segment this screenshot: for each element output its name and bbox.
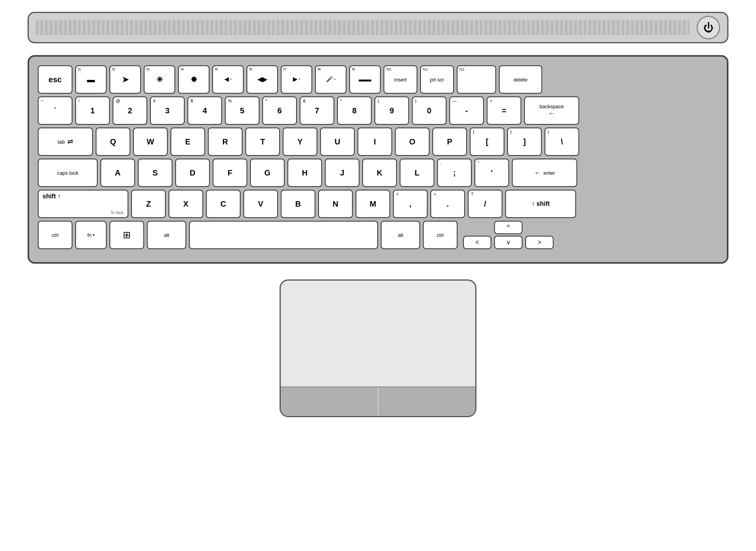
key-6-lower: 6 xyxy=(277,106,282,115)
trackpad-wrap xyxy=(24,279,732,417)
key-h[interactable]: H xyxy=(287,159,322,187)
key-f1-fn: f1 xyxy=(78,68,81,71)
key-f9[interactable]: f9 ▬▬ xyxy=(349,65,381,94)
key-f11[interactable]: f11 prt scr xyxy=(420,65,454,94)
key-m[interactable]: M xyxy=(356,190,390,218)
key-1-upper: ! xyxy=(78,99,80,103)
key-6[interactable]: ^ 6 xyxy=(262,96,297,125)
key-c[interactable]: C xyxy=(206,190,241,218)
arrow-bottom-row: < v > xyxy=(463,236,554,249)
key-8[interactable]: * 8 xyxy=(337,96,372,125)
key-semicolon[interactable]: : ; xyxy=(437,159,472,187)
key-ctrl-right[interactable]: ctrl xyxy=(423,221,458,249)
key-ctrl-left[interactable]: ctrl xyxy=(38,221,72,249)
trackpad-surface xyxy=(281,281,475,386)
key-capslock[interactable]: caps lock xyxy=(38,159,98,187)
key-i[interactable]: I xyxy=(358,128,392,156)
key-delete[interactable]: delete xyxy=(499,65,542,94)
key-u[interactable]: U xyxy=(320,128,355,156)
key-lbracket[interactable]: { [ xyxy=(470,128,504,156)
key-alt-right[interactable]: alt xyxy=(381,221,420,249)
key-z[interactable]: Z xyxy=(131,190,166,218)
key-q[interactable]: Q xyxy=(96,128,130,156)
key-minus[interactable]: — - xyxy=(449,96,484,125)
trackpad-right-button[interactable] xyxy=(378,387,476,416)
key-enter[interactable]: ← enter xyxy=(512,159,577,187)
key-1[interactable]: ! 1 xyxy=(75,96,110,125)
key-0[interactable]: ) 0 xyxy=(412,96,447,125)
power-button[interactable]: ⏻ xyxy=(697,16,720,39)
key-a[interactable]: A xyxy=(100,159,135,187)
key-p[interactable]: P xyxy=(432,128,467,156)
key-d-label: D xyxy=(190,168,195,177)
key-f1[interactable]: f1 ▬ xyxy=(75,65,107,94)
key-down-label: v xyxy=(507,239,510,246)
key-y[interactable]: Y xyxy=(283,128,317,156)
key-e[interactable]: E xyxy=(170,128,205,156)
key-f3[interactable]: f3 ✳ xyxy=(144,65,175,94)
key-equals[interactable]: + = xyxy=(487,96,521,125)
key-f[interactable]: F xyxy=(213,159,247,187)
key-j[interactable]: J xyxy=(325,159,359,187)
key-backslash[interactable]: | \ xyxy=(545,128,579,156)
trackpad[interactable] xyxy=(280,279,476,417)
key-tab[interactable]: tab ⇌ xyxy=(38,128,93,156)
key-4[interactable]: $ 4 xyxy=(187,96,222,125)
key-s[interactable]: S xyxy=(138,159,172,187)
key-f7-icon: ▶ · xyxy=(293,76,300,82)
arrow-top-row: ^ xyxy=(463,221,554,234)
key-alt-left[interactable]: alt xyxy=(147,221,186,249)
key-up[interactable]: ^ xyxy=(494,221,523,234)
key-o[interactable]: O xyxy=(395,128,430,156)
key-f7[interactable]: f7 ▶ · xyxy=(281,65,312,94)
key-win[interactable]: ⊞ xyxy=(109,221,144,249)
key-9[interactable]: ( 9 xyxy=(374,96,409,125)
key-down[interactable]: v xyxy=(494,236,523,249)
key-b[interactable]: B xyxy=(281,190,315,218)
key-k[interactable]: K xyxy=(362,159,397,187)
key-5[interactable]: % 5 xyxy=(225,96,259,125)
key-f8[interactable]: f8 🎤 · xyxy=(315,65,346,94)
key-backspace[interactable]: backspace ← xyxy=(524,96,579,125)
trackpad-left-button[interactable] xyxy=(281,387,378,416)
key-f5-fn: f5 xyxy=(215,68,218,71)
key-left[interactable]: < xyxy=(463,236,491,249)
key-3[interactable]: # 3 xyxy=(150,96,185,125)
key-f12[interactable]: f12 xyxy=(457,65,496,94)
key-f2[interactable]: f2 ➤ xyxy=(109,65,141,94)
key-esc[interactable]: esc xyxy=(38,65,72,94)
key-g[interactable]: G xyxy=(250,159,285,187)
key-f4-icon: ✸ xyxy=(191,75,197,84)
key-f6[interactable]: f6 ◀▶ xyxy=(246,65,278,94)
key-slash[interactable]: ? / xyxy=(468,190,502,218)
key-quote[interactable]: " ' xyxy=(474,159,509,187)
key-slash-upper: ? xyxy=(471,192,473,196)
key-n[interactable]: N xyxy=(318,190,353,218)
key-right[interactable]: > xyxy=(525,236,554,249)
key-space[interactable] xyxy=(189,221,378,249)
key-shift-left[interactable]: shift ↑ fn lock xyxy=(38,190,128,218)
key-z-label: Z xyxy=(146,200,151,208)
zxcv-row: shift ↑ fn lock Z X C V B N M < , > . ? … xyxy=(38,190,718,218)
key-period[interactable]: > . xyxy=(430,190,465,218)
key-n-label: N xyxy=(333,200,338,208)
key-win-icon: ⊞ xyxy=(123,229,131,240)
key-f10[interactable]: f10 insert xyxy=(384,65,417,94)
key-v[interactable]: V xyxy=(243,190,278,218)
key-l[interactable]: L xyxy=(400,159,434,187)
key-tilde[interactable]: ~ ` xyxy=(38,96,72,125)
key-rbracket[interactable]: } ] xyxy=(507,128,542,156)
key-7[interactable]: & 7 xyxy=(300,96,334,125)
key-f4[interactable]: f4 ✸ xyxy=(178,65,209,94)
key-comma[interactable]: < , xyxy=(393,190,428,218)
key-2[interactable]: @ 2 xyxy=(113,96,147,125)
key-f5[interactable]: f5 ◀ · xyxy=(212,65,244,94)
key-t[interactable]: T xyxy=(245,128,280,156)
key-shift-right[interactable]: ↑ shift xyxy=(505,190,576,218)
key-d[interactable]: D xyxy=(175,159,210,187)
key-r[interactable]: R xyxy=(208,128,243,156)
key-c-label: C xyxy=(220,200,226,208)
key-x[interactable]: X xyxy=(169,190,203,218)
key-w[interactable]: W xyxy=(133,128,168,156)
key-fn[interactable]: fn • xyxy=(75,221,107,249)
